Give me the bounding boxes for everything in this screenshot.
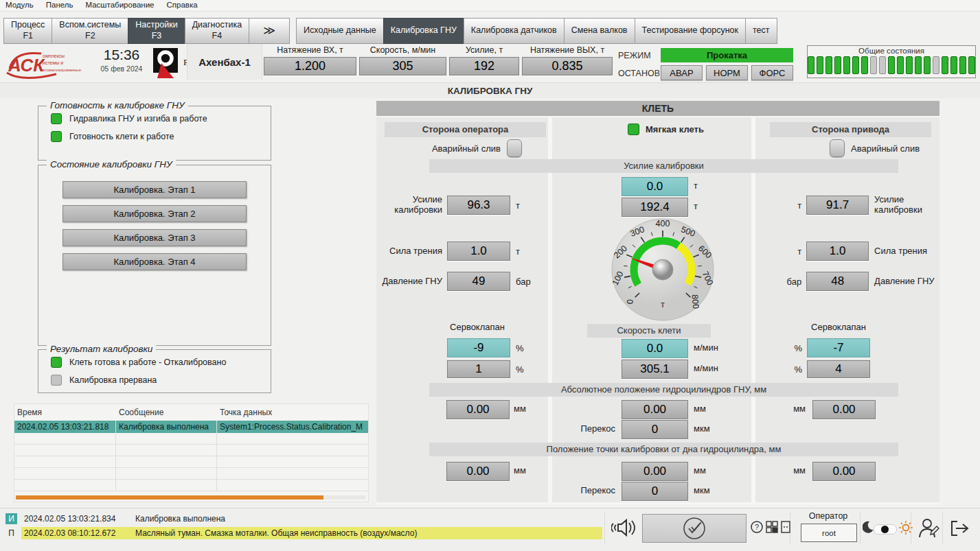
os-force-value: 96.3: [447, 196, 510, 215]
stop-button-авар[interactable]: АВАР: [661, 65, 703, 80]
stop-button-норм[interactable]: НОРМ: [706, 65, 748, 80]
svg-text:?: ?: [755, 523, 759, 531]
tab-label: Калибровка ГНУ: [391, 25, 457, 36]
ds-pressure-value: 48: [806, 272, 869, 291]
unit-percent: %: [516, 364, 524, 375]
table-cell: [14, 468, 116, 479]
status-message-row[interactable]: И2024.02.05 13:03:21.834Калибровка выпол…: [5, 512, 602, 525]
emergency-drain-button[interactable]: [507, 139, 522, 157]
tab-group-settings: Исходные данныеКалибровка ГНУКалибровка …: [297, 18, 777, 44]
table-row[interactable]: [14, 456, 368, 468]
pressure-label: Давление ГНУ: [376, 277, 442, 287]
scrollbar-thumb[interactable]: [16, 495, 323, 500]
readiness-group: Готовность к калибровке ГНУ Гидравлика Г…: [38, 106, 271, 161]
state-indicator: [861, 56, 868, 74]
force-setpoint-input[interactable]: 0.0: [622, 177, 688, 196]
table-cell: [14, 456, 116, 467]
emergency-drain-label: Аварийный слив: [432, 143, 501, 154]
tab-settings-page[interactable]: Исходные данные: [296, 18, 384, 44]
table-row[interactable]: [14, 445, 368, 456]
tab-key: F4: [212, 31, 223, 42]
table-row[interactable]: 2024.02.05 13:03:21.818Калибровка выполн…: [14, 421, 368, 433]
menu-item[interactable]: Панель: [46, 1, 73, 10]
operator-change-icon[interactable]: [918, 517, 939, 540]
menu-item[interactable]: Модуль: [5, 1, 34, 10]
asc-logo-letters: АСК: [8, 55, 45, 75]
tab-f4[interactable]: ДиагностикаF4: [185, 18, 249, 44]
page-title: КАЛИБРОВКА ГНУ: [0, 82, 980, 98]
double-check-icon: [682, 516, 707, 541]
mode-value: Прокатка: [661, 48, 793, 62]
os-servo-feedback-value: 1: [447, 360, 510, 378]
unit-mm: мм: [694, 400, 706, 418]
operator-label: Оператор: [797, 511, 860, 521]
stop-button-форс[interactable]: ФОРС: [751, 65, 793, 80]
help-icon[interactable]: ?: [751, 521, 763, 533]
calibration-stage-button[interactable]: Калибровка. Этап 3: [62, 229, 247, 246]
calib-center-value: 0.00: [622, 462, 688, 481]
status-label: Готовность клети к работе: [69, 132, 174, 141]
emergency-drain-label: Аварийный слив: [851, 143, 920, 154]
tab-settings-page[interactable]: тест: [745, 18, 777, 44]
tab-overflow-button[interactable]: ≫: [249, 18, 290, 44]
status-row: Клеть готова к работе - Откалибровано: [51, 357, 271, 368]
emergency-drain-button[interactable]: [830, 139, 845, 157]
status-message-row[interactable]: П2024.02.03 08:10:12.672Масляный туман. …: [5, 526, 602, 539]
status-led: [51, 357, 62, 368]
menu-item[interactable]: Справка: [166, 1, 197, 10]
unit-speed: м/мин: [694, 339, 718, 357]
unit-mm: мм: [788, 400, 806, 418]
table-row[interactable]: [14, 433, 368, 445]
status-row: Калибровка прервана: [51, 375, 271, 386]
table-row[interactable]: [14, 468, 368, 480]
ds-servo-setpoint-input[interactable]: -7: [807, 338, 870, 357]
ds-pressure-row: бар 48 Давление ГНУ: [753, 270, 939, 292]
abs-skew-value: 0: [622, 420, 688, 439]
common-states-panel: Общие состояния: [807, 45, 976, 78]
sound-icon[interactable]: [611, 517, 637, 538]
calibration-message-table[interactable]: ВремяСообщениеТочка данных 2024.02.05 13…: [14, 403, 369, 502]
rusal-logo-mark: [152, 47, 180, 78]
os-servo-sp-row: -9 %: [376, 337, 548, 359]
tab-settings-page[interactable]: Тестирование форсунок: [635, 18, 747, 44]
logout-icon[interactable]: [949, 519, 970, 537]
tab-f2[interactable]: Вспом.системыF2: [52, 18, 128, 44]
abs-center-value: 0.00: [622, 400, 688, 419]
grid-icon[interactable]: [766, 521, 778, 533]
tab-label: Смена валков: [571, 25, 628, 36]
column-header: Время: [14, 404, 116, 421]
ds-servo-feedback-value: 4: [807, 360, 870, 378]
unit-bar: бар: [753, 277, 801, 287]
menu-item[interactable]: Масштабирование: [86, 1, 155, 10]
status-label: Гидравлика ГНУ и изгиба в работе: [69, 114, 207, 124]
calib-skew-value: 0: [622, 482, 688, 501]
speed-setpoint-input[interactable]: 0.0: [622, 339, 688, 358]
state-indicator: [897, 56, 904, 74]
tab-settings-page[interactable]: Калибровка ГНУ: [383, 18, 464, 44]
table-horizontal-scrollbar[interactable]: [16, 495, 365, 500]
status-bar: И2024.02.05 13:03:21.834Калибровка выпол…: [0, 508, 980, 551]
force-label: Усилие калибровки: [874, 195, 939, 215]
table-row[interactable]: [14, 480, 368, 491]
tab-label: Диагностика: [192, 20, 242, 31]
state-indicator: [906, 56, 913, 74]
unit-speed: м/мин: [694, 360, 718, 377]
os-pressure-row: Давление ГНУ 49 бар: [376, 270, 548, 292]
tab-label: Настройки: [135, 20, 177, 31]
acknowledge-alarms-button[interactable]: [642, 514, 747, 543]
message-time: 2024.02.03 08:10:12.672: [24, 528, 135, 538]
calibration-stage-button[interactable]: Калибровка. Этап 4: [62, 253, 247, 270]
unit-t: т: [516, 200, 520, 211]
window-icon[interactable]: [781, 521, 791, 534]
calibration-stage-button[interactable]: Калибровка. Этап 2: [62, 205, 247, 222]
theme-toggle[interactable]: [874, 524, 897, 535]
os-servo-setpoint-input[interactable]: -9: [447, 338, 510, 357]
tab-settings-page[interactable]: Смена валков: [564, 18, 635, 44]
calibration-stage-button[interactable]: Калибровка. Этап 1: [62, 181, 247, 198]
state-indicator: [933, 56, 939, 74]
operator-name-field[interactable]: root: [801, 524, 857, 542]
table-header-row: ВремяСообщениеТочка данных: [14, 404, 368, 421]
tab-f1[interactable]: ПроцессF1: [3, 18, 52, 44]
tab-settings-page[interactable]: Калибровка датчиков: [464, 18, 565, 44]
tab-f3[interactable]: НастройкиF3: [128, 18, 185, 44]
